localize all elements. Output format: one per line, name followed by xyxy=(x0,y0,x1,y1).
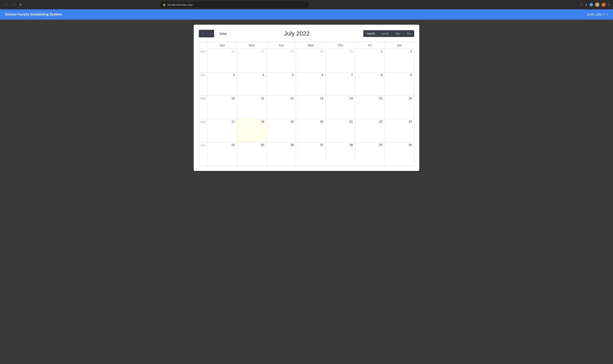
day-number: 13 xyxy=(297,97,324,100)
calendar-day-5-w2[interactable]: 5 xyxy=(267,72,296,96)
calendar-day-15-w3[interactable]: 15 xyxy=(355,96,385,119)
calendar-day-28-w5[interactable]: 28 xyxy=(326,143,355,166)
day-number: 3 xyxy=(209,73,236,77)
calendar-day-12-w3[interactable]: 12 xyxy=(267,96,296,119)
page-content: ‹ › today July 2022 month week day list … xyxy=(0,20,613,176)
week-label: W28 xyxy=(200,97,206,100)
extensions-badge[interactable]: 11 xyxy=(590,3,593,6)
day-number: 16 xyxy=(386,97,413,100)
avatar-1[interactable]: ● xyxy=(595,2,599,7)
calendar-day-19-w4[interactable]: 19 xyxy=(267,119,296,143)
week-label: W27 xyxy=(200,74,206,77)
calendar-day-20-w4[interactable]: 20 xyxy=(296,119,326,143)
day-number: 20 xyxy=(297,120,324,123)
calendar-day-6-w2[interactable]: 6 xyxy=(296,72,326,96)
menu-icon[interactable]: ≡ xyxy=(608,3,610,6)
week-number-W30: W30 xyxy=(199,143,207,166)
calendar-day-25-w5[interactable]: 25 xyxy=(237,143,267,166)
browser-icons: ☆ ⬇ 11 ● ● ≡ xyxy=(580,2,610,7)
day-number: 21 xyxy=(327,120,354,123)
calendar-day-29-w1[interactable]: 29 xyxy=(296,49,326,72)
week-number-W28: W28 xyxy=(199,96,207,119)
col-header-wed: Wed xyxy=(296,42,326,49)
day-number: 26 xyxy=(268,143,295,147)
calendar-toolbar: ‹ › today July 2022 month week day list xyxy=(199,30,414,38)
calendar-day-13-w3[interactable]: 13 xyxy=(296,96,326,119)
calendar-day-30-w5[interactable]: 30 xyxy=(385,143,414,166)
calendar-day-3-w2[interactable]: 3 xyxy=(207,72,237,96)
browser-forward-button[interactable]: → xyxy=(11,2,17,8)
calendar-day-21-w4[interactable]: 21 xyxy=(326,119,355,143)
calendar-day-14-w3[interactable]: 14 xyxy=(326,96,355,119)
calendar-day-7-w2[interactable]: 7 xyxy=(326,72,355,96)
day-number: 30 xyxy=(386,143,413,147)
day-number: 9 xyxy=(386,73,413,77)
calendar-day-27-w5[interactable]: 27 xyxy=(296,143,326,166)
security-icon: 🔒 xyxy=(163,3,166,6)
avatar-2[interactable]: ● xyxy=(601,2,606,7)
day-number: 2 xyxy=(386,50,413,53)
calendar-container: ‹ › today July 2022 month week day list … xyxy=(194,25,419,171)
day-number: 1 xyxy=(356,50,383,53)
calendar-day-30-w1[interactable]: 30 xyxy=(326,49,355,72)
calendar-day-26-w1[interactable]: 26 xyxy=(207,49,237,72)
day-number: 28 xyxy=(268,50,295,53)
day-number: 22 xyxy=(356,120,383,123)
col-header-thu: Thu xyxy=(326,42,355,49)
day-number: 17 xyxy=(209,120,236,123)
browser-nav-buttons: ← → ↻ xyxy=(3,2,23,8)
col-header-fri: Fri xyxy=(355,42,385,49)
view-week-button[interactable]: week xyxy=(379,30,392,37)
today-button[interactable]: today xyxy=(216,30,230,38)
day-number: 25 xyxy=(238,143,265,147)
browser-address-bar[interactable]: 🔒 faculty.htb/index.php xyxy=(160,2,309,8)
day-number: 10 xyxy=(209,97,236,100)
calendar-day-28-w1[interactable]: 28 xyxy=(267,49,296,72)
calendar-day-10-w3[interactable]: 10 xyxy=(207,96,237,119)
browser-refresh-button[interactable]: ↻ xyxy=(18,2,23,8)
calendar-day-9-w2[interactable]: 9 xyxy=(385,72,414,96)
calendar-day-4-w2[interactable]: 4 xyxy=(237,72,267,96)
day-number: 6 xyxy=(297,73,324,77)
app-title: School Faculty Scheduling System xyxy=(5,13,62,16)
week-label: W26 xyxy=(200,50,206,53)
view-list-button[interactable]: list xyxy=(404,30,414,37)
week-number-W29: W29 xyxy=(199,119,207,143)
download-icon[interactable]: ⬇ xyxy=(585,3,587,6)
calendar-day-17-w4[interactable]: 17 xyxy=(207,119,237,143)
day-number: 24 xyxy=(209,143,236,147)
day-number: 23 xyxy=(386,120,413,123)
calendar-day-24-w5[interactable]: 24 xyxy=(207,143,237,166)
calendar-day-29-w5[interactable]: 29 xyxy=(355,143,385,166)
calendar-day-16-w3[interactable]: 16 xyxy=(385,96,414,119)
calendar-day-18-w4[interactable]: 18 xyxy=(237,119,267,143)
view-month-button[interactable]: month xyxy=(363,30,379,37)
calendar-day-23-w4[interactable]: 23 xyxy=(385,119,414,143)
day-number: 14 xyxy=(327,97,354,100)
calendar-day-11-w3[interactable]: 11 xyxy=(237,96,267,119)
prev-button[interactable]: ‹ xyxy=(199,30,206,38)
day-number: 5 xyxy=(268,73,295,77)
day-number: 27 xyxy=(297,143,324,147)
col-header-tue: Tue xyxy=(267,42,296,49)
day-number: 8 xyxy=(356,73,383,77)
day-number: 7 xyxy=(327,73,354,77)
day-number: 15 xyxy=(356,97,383,100)
browser-back-button[interactable]: ← xyxy=(3,2,9,8)
user-menu[interactable]: Smith, John C ▾ xyxy=(586,13,608,16)
calendar-day-22-w4[interactable]: 22 xyxy=(355,119,385,143)
calendar-day-27-w1[interactable]: 27 xyxy=(237,49,267,72)
next-button[interactable]: › xyxy=(206,30,214,38)
calendar-grid: Sun Mon Tue Wed Thu Fri Sat W26262728293… xyxy=(199,42,414,166)
calendar-day-8-w2[interactable]: 8 xyxy=(355,72,385,96)
day-number: 30 xyxy=(327,50,354,53)
calendar-day-2-w1[interactable]: 2 xyxy=(385,49,414,72)
view-day-button[interactable]: day xyxy=(392,30,404,37)
bookmark-icon[interactable]: ☆ xyxy=(580,3,583,6)
col-header-sat: Sat xyxy=(385,42,414,49)
calendar-day-26-w5[interactable]: 26 xyxy=(267,143,296,166)
app-header: School Faculty Scheduling System Smith, … xyxy=(0,9,613,20)
browser-url: faculty.htb/index.php xyxy=(167,3,193,6)
calendar-day-1-w1[interactable]: 1 xyxy=(355,49,385,72)
view-buttons: month week day list xyxy=(363,30,414,37)
